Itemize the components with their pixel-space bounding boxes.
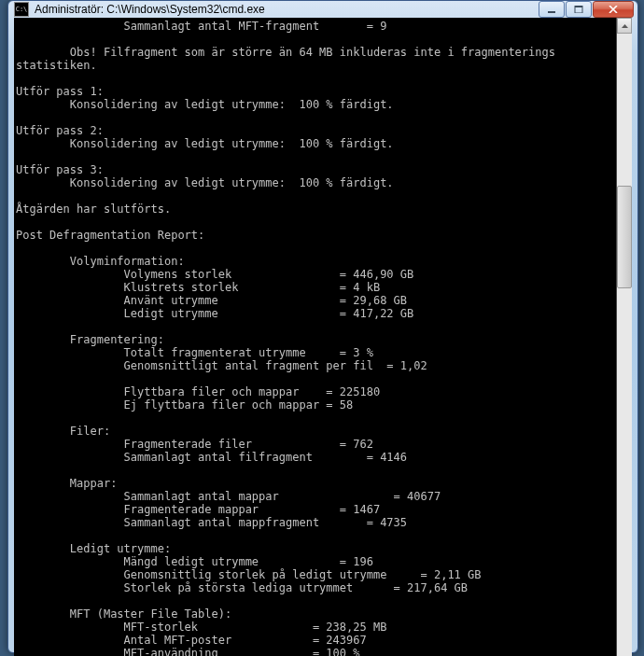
- scroll-up-button[interactable]: [617, 18, 632, 34]
- scroll-track[interactable]: [617, 34, 632, 656]
- window-controls: [539, 1, 634, 18]
- window-title: Administratör: C:\Windows\System32\cmd.e…: [35, 3, 539, 16]
- cmd-window: Administratör: C:\Windows\System32\cmd.e…: [7, 0, 638, 653]
- maximize-icon: [574, 6, 583, 13]
- cmd-icon: [14, 2, 29, 17]
- close-icon: [609, 6, 618, 13]
- titlebar[interactable]: Administratör: C:\Windows\System32\cmd.e…: [8, 1, 637, 18]
- minimize-button[interactable]: [539, 1, 565, 18]
- vertical-scrollbar[interactable]: [616, 18, 632, 656]
- svg-rect-2: [575, 6, 582, 7]
- client-area: Sammanlagt antal MFT-fragment = 9 Obs! F…: [14, 18, 632, 656]
- svg-rect-0: [548, 11, 555, 13]
- maximize-button[interactable]: [566, 1, 592, 18]
- minimize-icon: [547, 6, 556, 13]
- scroll-thumb[interactable]: [617, 186, 632, 288]
- close-button[interactable]: [593, 1, 634, 18]
- console-output[interactable]: Sammanlagt antal MFT-fragment = 9 Obs! F…: [14, 18, 616, 656]
- chevron-up-icon: [622, 24, 628, 28]
